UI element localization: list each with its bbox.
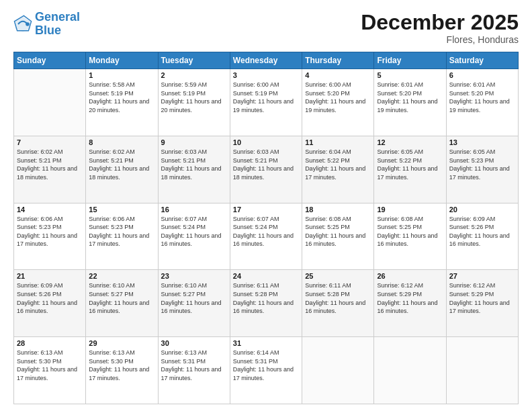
day-number: 5 — [377, 71, 443, 79]
day-info: Sunrise: 6:13 AMSunset: 5:30 PMDaylight:… — [17, 349, 83, 382]
day-number: 6 — [449, 71, 515, 79]
col-sunday: Sunday — [14, 52, 86, 69]
table-row — [374, 337, 446, 404]
table-row: 6Sunrise: 6:01 AMSunset: 5:20 PMDaylight… — [446, 69, 518, 136]
day-info: Sunrise: 6:00 AMSunset: 5:20 PMDaylight:… — [305, 81, 371, 114]
day-number: 30 — [161, 339, 227, 347]
table-row: 18Sunrise: 6:08 AMSunset: 5:25 PMDayligh… — [302, 203, 374, 270]
day-info: Sunrise: 6:01 AMSunset: 5:20 PMDaylight:… — [377, 81, 443, 114]
day-number: 31 — [233, 339, 299, 347]
table-row: 2Sunrise: 5:59 AMSunset: 5:19 PMDaylight… — [158, 69, 230, 136]
title-block: December 2025 Flores, Honduras — [361, 11, 519, 45]
table-row: 10Sunrise: 6:03 AMSunset: 5:21 PMDayligh… — [230, 136, 302, 203]
day-info: Sunrise: 6:00 AMSunset: 5:19 PMDaylight:… — [233, 81, 299, 114]
col-wednesday: Wednesday — [230, 52, 302, 69]
calendar-week-row: 21Sunrise: 6:09 AMSunset: 5:26 PMDayligh… — [14, 270, 519, 337]
calendar-week-row: 28Sunrise: 6:13 AMSunset: 5:30 PMDayligh… — [14, 337, 519, 404]
day-info: Sunrise: 6:09 AMSunset: 5:26 PMDaylight:… — [449, 215, 515, 248]
day-info: Sunrise: 6:03 AMSunset: 5:21 PMDaylight:… — [161, 148, 227, 181]
main-title: December 2025 — [361, 11, 519, 34]
table-row: 16Sunrise: 6:07 AMSunset: 5:24 PMDayligh… — [158, 203, 230, 270]
day-number: 18 — [305, 205, 371, 214]
calendar-week-row: 1Sunrise: 5:58 AMSunset: 5:19 PMDaylight… — [14, 69, 519, 136]
table-row: 7Sunrise: 6:02 AMSunset: 5:21 PMDaylight… — [14, 136, 86, 203]
logo-line2: Blue — [35, 24, 61, 37]
table-row: 13Sunrise: 6:05 AMSunset: 5:23 PMDayligh… — [446, 136, 518, 203]
day-number: 21 — [17, 272, 83, 280]
logo: General Blue — [13, 11, 80, 38]
day-number: 2 — [161, 71, 227, 79]
day-number: 7 — [17, 138, 83, 146]
table-row: 30Sunrise: 6:13 AMSunset: 5:31 PMDayligh… — [158, 337, 230, 404]
day-info: Sunrise: 6:13 AMSunset: 5:30 PMDaylight:… — [89, 349, 154, 382]
day-number: 3 — [233, 71, 299, 79]
day-info: Sunrise: 6:02 AMSunset: 5:21 PMDaylight:… — [89, 148, 154, 181]
day-info: Sunrise: 6:12 AMSunset: 5:29 PMDaylight:… — [377, 281, 443, 315]
day-info: Sunrise: 6:08 AMSunset: 5:25 PMDaylight:… — [377, 215, 443, 248]
col-tuesday: Tuesday — [158, 52, 230, 69]
day-number: 13 — [449, 138, 515, 146]
day-number: 29 — [89, 339, 154, 347]
day-info: Sunrise: 6:11 AMSunset: 5:28 PMDaylight:… — [305, 281, 371, 315]
day-info: Sunrise: 6:01 AMSunset: 5:20 PMDaylight:… — [449, 81, 515, 114]
table-row: 21Sunrise: 6:09 AMSunset: 5:26 PMDayligh… — [14, 270, 86, 337]
day-info: Sunrise: 6:03 AMSunset: 5:21 PMDaylight:… — [233, 148, 299, 181]
day-info: Sunrise: 6:07 AMSunset: 5:24 PMDaylight:… — [233, 215, 299, 248]
day-info: Sunrise: 6:13 AMSunset: 5:31 PMDaylight:… — [161, 349, 227, 382]
table-row: 27Sunrise: 6:12 AMSunset: 5:29 PMDayligh… — [446, 270, 518, 337]
day-info: Sunrise: 6:10 AMSunset: 5:27 PMDaylight:… — [161, 281, 227, 315]
table-row — [14, 69, 86, 136]
col-friday: Friday — [374, 52, 446, 69]
day-number: 15 — [89, 205, 154, 214]
day-number: 11 — [305, 138, 371, 146]
day-info: Sunrise: 6:09 AMSunset: 5:26 PMDaylight:… — [17, 281, 83, 315]
table-row: 9Sunrise: 6:03 AMSunset: 5:21 PMDaylight… — [158, 136, 230, 203]
table-row: 26Sunrise: 6:12 AMSunset: 5:29 PMDayligh… — [374, 270, 446, 337]
table-row: 20Sunrise: 6:09 AMSunset: 5:26 PMDayligh… — [446, 203, 518, 270]
calendar-header-row: Sunday Monday Tuesday Wednesday Thursday… — [14, 52, 519, 69]
day-number: 28 — [17, 339, 83, 347]
table-row: 25Sunrise: 6:11 AMSunset: 5:28 PMDayligh… — [302, 270, 374, 337]
table-row — [446, 337, 518, 404]
day-number: 10 — [233, 138, 299, 146]
day-number: 16 — [161, 205, 227, 214]
day-number: 23 — [161, 272, 227, 280]
logo-icon — [13, 15, 32, 34]
table-row: 31Sunrise: 6:14 AMSunset: 5:31 PMDayligh… — [230, 337, 302, 404]
calendar-week-row: 7Sunrise: 6:02 AMSunset: 5:21 PMDaylight… — [14, 136, 519, 203]
day-number: 1 — [89, 71, 154, 79]
table-row: 3Sunrise: 6:00 AMSunset: 5:19 PMDaylight… — [230, 69, 302, 136]
day-info: Sunrise: 6:10 AMSunset: 5:27 PMDaylight:… — [89, 281, 154, 315]
table-row: 5Sunrise: 6:01 AMSunset: 5:20 PMDaylight… — [374, 69, 446, 136]
table-row: 17Sunrise: 6:07 AMSunset: 5:24 PMDayligh… — [230, 203, 302, 270]
table-row: 24Sunrise: 6:11 AMSunset: 5:28 PMDayligh… — [230, 270, 302, 337]
calendar-table: Sunday Monday Tuesday Wednesday Thursday… — [13, 52, 519, 404]
day-number: 12 — [377, 138, 443, 146]
col-monday: Monday — [86, 52, 158, 69]
logo-line1: General — [35, 10, 80, 24]
table-row: 1Sunrise: 5:58 AMSunset: 5:19 PMDaylight… — [86, 69, 158, 136]
table-row: 23Sunrise: 6:10 AMSunset: 5:27 PMDayligh… — [158, 270, 230, 337]
page: General Blue December 2025 Flores, Hondu… — [0, 0, 532, 411]
day-info: Sunrise: 5:58 AMSunset: 5:19 PMDaylight:… — [89, 81, 154, 114]
subtitle: Flores, Honduras — [361, 34, 519, 45]
day-info: Sunrise: 6:08 AMSunset: 5:25 PMDaylight:… — [305, 215, 371, 248]
table-row: 14Sunrise: 6:06 AMSunset: 5:23 PMDayligh… — [14, 203, 86, 270]
logo-text: General Blue — [35, 11, 80, 38]
table-row: 28Sunrise: 6:13 AMSunset: 5:30 PMDayligh… — [14, 337, 86, 404]
day-number: 27 — [449, 272, 515, 280]
col-thursday: Thursday — [302, 52, 374, 69]
header: General Blue December 2025 Flores, Hondu… — [13, 11, 519, 45]
calendar-week-row: 14Sunrise: 6:06 AMSunset: 5:23 PMDayligh… — [14, 203, 519, 270]
col-saturday: Saturday — [446, 52, 518, 69]
day-number: 17 — [233, 205, 299, 214]
day-number: 19 — [377, 205, 443, 214]
table-row: 8Sunrise: 6:02 AMSunset: 5:21 PMDaylight… — [86, 136, 158, 203]
day-number: 14 — [17, 205, 83, 214]
day-info: Sunrise: 6:05 AMSunset: 5:23 PMDaylight:… — [449, 148, 515, 181]
table-row — [302, 337, 374, 404]
day-info: Sunrise: 6:04 AMSunset: 5:22 PMDaylight:… — [305, 148, 371, 181]
table-row: 12Sunrise: 6:05 AMSunset: 5:22 PMDayligh… — [374, 136, 446, 203]
day-info: Sunrise: 6:02 AMSunset: 5:21 PMDaylight:… — [17, 148, 83, 181]
day-info: Sunrise: 6:07 AMSunset: 5:24 PMDaylight:… — [161, 215, 227, 248]
